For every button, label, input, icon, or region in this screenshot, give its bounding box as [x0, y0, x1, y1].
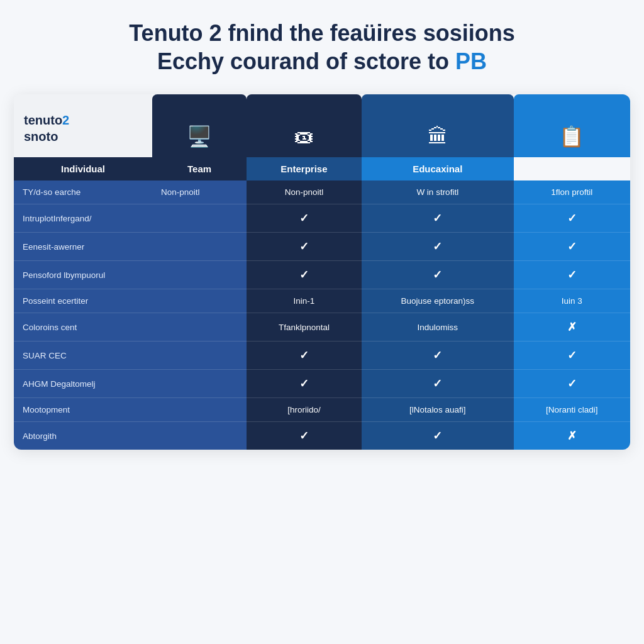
individual-icon: 🖥️: [187, 125, 212, 148]
cell-educational: Iuin 3: [514, 289, 630, 313]
cell-team: Inin-1: [247, 289, 362, 313]
check-icon: ✓: [567, 240, 577, 253]
check-icon: ✓: [433, 349, 442, 362]
feature-label: TY/d-so earche: [14, 180, 152, 204]
feature-row: SUAR CEC✓✓✓: [14, 341, 630, 370]
check-icon: ✓: [299, 212, 309, 225]
check-icon: ✓: [299, 430, 309, 442]
check-icon: ✓: [299, 240, 309, 253]
check-icon: ✓: [567, 269, 577, 281]
cell-team: ✓: [247, 233, 362, 261]
cell-educational: ✗: [514, 422, 630, 450]
feature-row: Eenesit-awerner✓✓✓: [14, 233, 630, 261]
feature-row: Pensoford lbympuorul✓✓✓: [14, 261, 630, 289]
enterprise-icon: 🏛: [428, 125, 448, 148]
feature-row: IntruplotInfergand/✓✓✓: [14, 204, 630, 233]
feature-label: IntruplotInfergand/: [14, 204, 152, 233]
cross-icon: ✗: [567, 321, 577, 333]
cell-educational: ✓: [514, 233, 630, 261]
feature-row: Coloroins centTfanklpnontalIndulomiss✗: [14, 313, 630, 341]
plan-name-row: Individual Team Enterprise Educaxinal: [14, 157, 630, 180]
cell-educational: 1flon proftil: [514, 180, 630, 204]
plan-label-educational: Educaxinal: [362, 157, 514, 180]
check-icon: ✓: [433, 212, 442, 225]
plan-header-icons-row: tenuto2 snoto 🖥️ 🎟 🏛 📋: [14, 94, 630, 157]
cell-individual: [152, 289, 247, 313]
cell-individual: [152, 370, 247, 398]
plan-label-team: Team: [152, 157, 247, 180]
team-icon: 🎟: [294, 125, 314, 148]
feature-label: Mootopment: [14, 398, 152, 422]
check-icon: ✓: [433, 430, 442, 442]
cell-enterprise: ✓: [362, 422, 514, 450]
cell-educational: ✗: [514, 313, 630, 341]
check-icon: ✓: [433, 240, 442, 253]
check-icon: ✓: [299, 269, 309, 281]
plan-label-enterprise: Enterprise: [247, 157, 362, 180]
check-icon: ✓: [299, 349, 309, 362]
cell-enterprise: Indulomiss: [362, 313, 514, 341]
cell-team: ✓: [247, 204, 362, 233]
title-line2: Ecchy courand of sctore to PB: [157, 48, 487, 74]
educational-icon: 📋: [559, 125, 584, 148]
cell-enterprise: Buojuse eptoran)ss: [362, 289, 514, 313]
feature-label: Coloroins cent: [14, 313, 152, 341]
plan-header-individual: 🖥️: [152, 94, 247, 157]
cell-enterprise: ✓: [362, 204, 514, 233]
check-icon: ✓: [299, 377, 309, 390]
cell-team: ✓: [247, 370, 362, 398]
plan-header-educational: 📋: [514, 94, 630, 157]
cell-individual: [152, 398, 247, 422]
cell-individual: [152, 422, 247, 450]
cell-team: [hroriido/: [247, 398, 362, 422]
cell-individual: Non-pnoitl: [152, 180, 247, 204]
plan-label-individual: Individual: [14, 157, 152, 180]
cell-enterprise: [lNotalos auafi]: [362, 398, 514, 422]
cell-individual: [152, 261, 247, 289]
feature-row: Abtorgith✓✓✗: [14, 422, 630, 450]
feature-label: Posseint ecertiter: [14, 289, 152, 313]
cell-educational: ✓: [514, 261, 630, 289]
app-logo: tenuto2 snoto: [24, 112, 142, 145]
feature-row: Mootopment[hroriido/[lNotalos auafi][Nor…: [14, 398, 630, 422]
feature-label: SUAR CEC: [14, 341, 152, 370]
cell-individual: [152, 204, 247, 233]
check-icon: ✓: [433, 377, 442, 390]
logo-cell: tenuto2 snoto: [14, 94, 152, 157]
cell-team: ✓: [247, 341, 362, 370]
cell-educational: ✓: [514, 370, 630, 398]
check-icon: ✓: [567, 349, 577, 362]
cell-team: Non-pnoitl: [247, 180, 362, 204]
feature-label: Pensoford lbympuorul: [14, 261, 152, 289]
title-line1: Tenuto 2 fnind the feaüires sosiions: [129, 20, 514, 46]
cell-team: ✓: [247, 422, 362, 450]
cell-enterprise: ✓: [362, 233, 514, 261]
feature-label: Abtorgith: [14, 422, 152, 450]
cell-educational: ✓: [514, 341, 630, 370]
feature-label: AHGM Degaltomelj: [14, 370, 152, 398]
check-icon: ✓: [433, 269, 442, 281]
plan-header-enterprise: 🏛: [362, 94, 514, 157]
cell-team: Tfanklpnontal: [247, 313, 362, 341]
check-icon: ✓: [567, 377, 577, 390]
cell-individual: [152, 233, 247, 261]
cell-enterprise: W in strofitl: [362, 180, 514, 204]
cell-educational: ✓: [514, 204, 630, 233]
plan-header-team: 🎟: [247, 94, 362, 157]
cell-individual: [152, 313, 247, 341]
cell-educational: [Noranti cladi]: [514, 398, 630, 422]
feature-row: TY/d-so earcheNon-pnoitlNon-pnoitlW in s…: [14, 180, 630, 204]
cell-enterprise: ✓: [362, 261, 514, 289]
cell-individual: [152, 341, 247, 370]
feature-row: Posseint ecertiterInin-1Buojuse eptoran)…: [14, 289, 630, 313]
feature-label: Eenesit-awerner: [14, 233, 152, 261]
cell-enterprise: ✓: [362, 370, 514, 398]
check-icon: ✓: [567, 212, 577, 225]
page-title: Tenuto 2 fnind the feaüires sosiions Ecc…: [116, 19, 527, 75]
cell-team: ✓: [247, 261, 362, 289]
feature-row: AHGM Degaltomelj✓✓✓: [14, 370, 630, 398]
comparison-table: tenuto2 snoto 🖥️ 🎟 🏛 📋 Indi: [14, 94, 630, 450]
cross-icon: ✗: [567, 430, 577, 442]
cell-enterprise: ✓: [362, 341, 514, 370]
